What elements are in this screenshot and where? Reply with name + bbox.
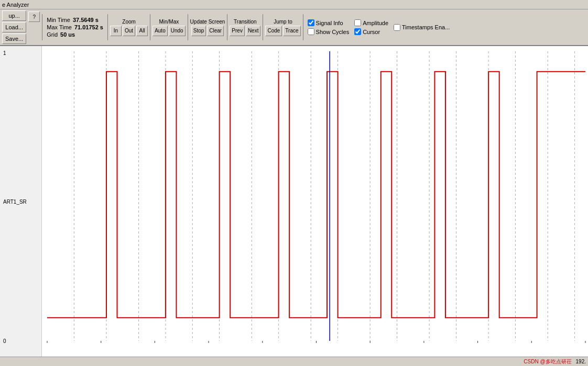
grid-value: 50 us: [60, 31, 75, 38]
sep2: [107, 14, 108, 40]
title-text: e Analyzer: [2, 2, 29, 8]
up-button[interactable]: up...: [2, 10, 26, 21]
cursor-checkbox[interactable]: [354, 28, 361, 35]
load-button[interactable]: Load...: [2, 22, 26, 32]
grid-label: Grid: [47, 31, 58, 38]
minmax-label: Min/Max: [159, 19, 179, 25]
title-bar: e Analyzer: [0, 0, 588, 9]
grid-group: Grid 50 us: [47, 31, 103, 38]
svg-rect-0: [42, 46, 588, 357]
main-area: 1 0 ART1_SR: [0, 46, 588, 357]
max-time-value: 71.01752 s: [74, 24, 103, 30]
prev-button[interactable]: Prev: [230, 26, 245, 36]
zoom-all-button[interactable]: All: [136, 26, 148, 36]
sep1: [42, 14, 42, 40]
timestamps-label: Timestamps Ena...: [402, 24, 450, 30]
sep7: [303, 14, 303, 40]
trace-button[interactable]: Trace: [283, 26, 300, 36]
bottom-right-text: 192.: [576, 359, 586, 364]
max-time-group: Max Time 71.01752 s: [47, 24, 103, 30]
update-label: Update Screen: [190, 19, 225, 25]
update-buttons: Stop Clear: [191, 26, 224, 36]
y-axis-top: 1: [3, 50, 6, 56]
minmax-buttons: Auto Undo: [153, 26, 185, 36]
auto-button[interactable]: Auto: [153, 26, 168, 36]
sep4: [188, 14, 188, 40]
zoom-out-button[interactable]: Out: [123, 26, 135, 36]
zoom-label: Zoom: [122, 19, 136, 25]
bottom-bar: CSDN @多吃点研茌 192.: [0, 357, 588, 366]
next-button[interactable]: Next: [246, 26, 261, 36]
signal-info-checkbox[interactable]: [308, 19, 314, 26]
min-time-group: Min Time 37.5649 s: [47, 17, 103, 23]
signal-labels: 1 0 ART1_SR: [0, 46, 42, 357]
csdn-text: CSDN @多吃点研茌: [524, 358, 571, 365]
zoom-in-button[interactable]: In: [110, 26, 122, 36]
signal-info-checkbox-row: Signal Info: [308, 19, 350, 26]
timestamps-checkbox-row: Timestamps Ena...: [394, 24, 450, 31]
timestamps-checkbox[interactable]: [394, 24, 400, 31]
cursor-label: Cursor: [363, 29, 380, 35]
amplitude-label: Amplitude: [363, 20, 388, 26]
toolbar: up... Load... Save... ? Min Time 37.5649…: [0, 9, 588, 46]
stop-button[interactable]: Stop: [191, 26, 206, 36]
min-time-value: 37.5649 s: [73, 17, 99, 23]
max-time-label: Max Time: [47, 24, 72, 30]
amplitude-checkbox[interactable]: [354, 19, 361, 26]
jumpto-label: Jump to: [274, 19, 292, 25]
transition-label: Transition: [234, 19, 257, 25]
min-time-label: Min Time: [47, 17, 70, 23]
clear-button[interactable]: Clear: [207, 26, 224, 36]
code-button[interactable]: Code: [265, 26, 282, 36]
jumpto-buttons: Code Trace: [265, 26, 300, 36]
sep6: [263, 14, 263, 40]
show-cycles-label: Show Cycles: [316, 29, 350, 35]
sep5: [227, 14, 227, 40]
zoom-buttons: In Out All: [110, 26, 148, 36]
save-button[interactable]: Save...: [2, 34, 26, 44]
waveform-area[interactable]: [42, 46, 588, 357]
sep3: [150, 14, 150, 40]
signal-info-label: Signal Info: [316, 20, 343, 26]
show-cycles-checkbox-row: Show Cycles: [308, 28, 350, 35]
waveform-svg: [42, 46, 588, 357]
amplitude-checkbox-row: Amplitude: [354, 19, 388, 26]
y-axis-bottom: 0: [3, 338, 6, 344]
transition-buttons: Prev Next: [230, 26, 260, 36]
signal-label-art1sr: ART1_SR: [3, 198, 27, 204]
show-cycles-checkbox[interactable]: [308, 28, 314, 35]
help-button[interactable]: ?: [28, 12, 40, 22]
cursor-checkbox-row: Cursor: [354, 28, 388, 35]
undo-button[interactable]: Undo: [169, 26, 186, 36]
